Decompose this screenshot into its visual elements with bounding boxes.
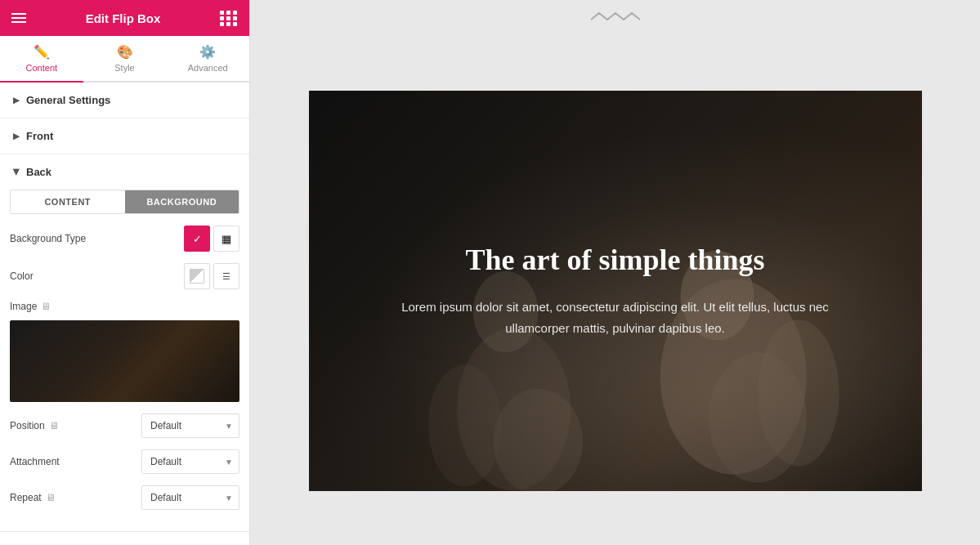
position-select[interactable]: Default Top Left Top Center Top Right Ce… [141,413,239,438]
back-label: Back [26,166,51,178]
content-tab-icon: ✏️ [34,44,50,60]
bg-type-classic-btn[interactable]: ✓ [184,226,210,252]
tab-style[interactable]: 🎨 Style [83,36,167,83]
back-section-content: CONTENT BACKGROUND Background Type ✓ ▦ [0,190,249,531]
bg-type-gradient-btn[interactable]: ▦ [213,226,239,252]
panel-title: Edit Flip Box [86,11,161,25]
attachment-select-wrapper: Default Scroll Fixed ▼ [141,449,239,474]
left-panel: Edit Flip Box ✏️ Content 🎨 Style ⚙️ Adva… [0,0,250,545]
position-label: Position 🖥 [10,420,59,431]
grid-icon[interactable] [220,11,238,26]
wavy-logo-svg [591,8,640,25]
bg-type-classic-icon: ✓ [193,233,202,245]
canvas-area: The art of simple things Lorem ipsum dol… [250,36,980,545]
general-settings-label: General Settings [26,94,110,106]
accordion-front: ▶ Front [0,118,249,154]
bg-type-gradient-icon: ▦ [222,233,231,245]
flip-box-body: Lorem ipsum dolor sit amet, consectetur … [387,297,844,338]
advanced-tab-icon: ⚙️ [199,44,216,60]
right-topbar [250,0,980,36]
panel-header: Edit Flip Box [0,0,249,36]
flip-box-title: The art of simple things [387,243,844,277]
image-field-row: Image 🖥 [10,301,239,312]
right-panel: The art of simple things Lorem ipsum dol… [250,0,980,545]
style-tab-icon: 🎨 [117,44,133,60]
background-type-label: Background Type [10,233,86,244]
hamburger-icon[interactable] [11,13,26,23]
color-list-icon: ☰ [222,271,230,282]
front-label: Front [26,130,53,142]
position-field: Position 🖥 Default Top Left Top Center T… [10,413,239,438]
panel-tabs: ✏️ Content 🎨 Style ⚙️ Advanced [0,36,249,83]
tab-advanced[interactable]: ⚙️ Advanced [166,36,249,83]
color-swatch-inner [190,269,204,284]
general-settings-arrow: ▶ [13,96,20,105]
repeat-monitor-icon: 🖥 [46,492,56,503]
panel-body: ▶ General Settings ▶ Front ▶ Back CONTEN… [0,83,249,545]
bg-type-controls: ✓ ▦ [184,226,239,252]
tab-style-label: Style [114,63,134,73]
color-swatch-btn[interactable] [184,263,210,289]
tab-advanced-label: Advanced [188,63,228,73]
repeat-select[interactable]: Default No Repeat Repeat Repeat X Repeat… [141,485,239,510]
position-monitor-icon: 🖥 [49,420,59,431]
repeat-field: Repeat 🖥 Default No Repeat Repeat Repeat… [10,485,239,510]
statue-bg [10,320,239,402]
background-type-field: Background Type ✓ ▦ [10,226,239,252]
accordion-general-settings: ▶ General Settings [0,83,249,118]
tab-content-label: Content [26,63,58,73]
monitor-icon: 🖥 [41,301,51,312]
wavy-logo [591,8,640,29]
color-label: Color [10,270,34,282]
color-list-btn[interactable]: ☰ [213,263,239,289]
position-select-wrapper: Default Top Left Top Center Top Right Ce… [141,413,239,438]
repeat-label: Repeat 🖥 [10,492,56,503]
attachment-select[interactable]: Default Scroll Fixed [141,449,239,474]
back-arrow: ▶ [12,169,21,176]
attachment-field: Attachment Default Scroll Fixed ▼ [10,449,239,474]
back-toggle-tabs: CONTENT BACKGROUND [10,190,239,214]
accordion-general-settings-header[interactable]: ▶ General Settings [0,83,249,118]
repeat-select-wrapper: Default No Repeat Repeat Repeat X Repeat… [141,485,239,510]
accordion-back-header[interactable]: ▶ Back [0,154,249,190]
attachment-label: Attachment [10,456,60,467]
image-label: Image 🖥 [10,301,51,312]
accordion-back: ▶ Back CONTENT BACKGROUND Background Typ… [0,154,249,532]
color-controls: ☰ [184,263,239,289]
flip-box-content: The art of simple things Lorem ipsum dol… [338,243,893,338]
color-field: Color ☰ [10,263,239,289]
tab-content[interactable]: ✏️ Content [0,36,83,83]
flip-box-preview[interactable]: The art of simple things Lorem ipsum dol… [309,91,922,491]
toggle-tab-content[interactable]: CONTENT [11,190,125,213]
image-thumbnail[interactable] [10,320,239,402]
toggle-tab-background[interactable]: BACKGROUND [125,190,239,213]
front-arrow: ▶ [13,132,20,141]
accordion-front-header[interactable]: ▶ Front [0,118,249,154]
